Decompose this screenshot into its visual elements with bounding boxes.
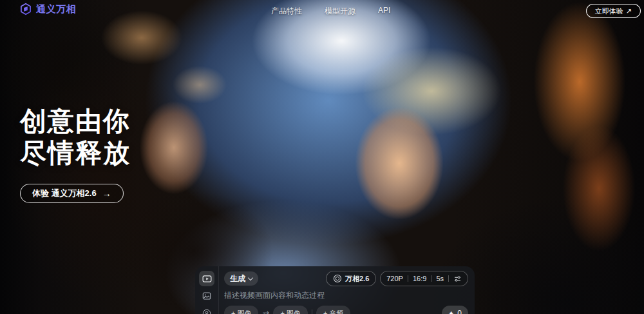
external-arrow-icon: ↗: [626, 7, 632, 15]
media-type-rail: [195, 266, 219, 314]
landing-page: 通义万相 产品特性 模型开源 API 立即体验 ↗ 创意由你 尽情释放 体验 通…: [0, 0, 644, 314]
nav-item-product-features[interactable]: 产品特性: [271, 6, 302, 17]
mode-label: 生成: [230, 273, 245, 284]
model-selector[interactable]: 万相2.6: [326, 271, 376, 286]
prompt-bar-top-row: 生成 万相2.6 720P 16:9 5s: [224, 271, 468, 286]
brand-name: 通义万相: [36, 3, 76, 15]
try-now-button[interactable]: 立即体验 ↗: [586, 4, 641, 18]
hero-title-line1: 创意由你: [20, 106, 131, 136]
image-mode-button[interactable]: [199, 288, 214, 304]
settings-divider: [408, 275, 408, 282]
attachments-divider: [312, 309, 312, 314]
duration-value: 5s: [436, 275, 444, 282]
prompt-input[interactable]: [224, 291, 468, 300]
video-icon: [202, 273, 213, 284]
swap-frames-icon[interactable]: ⇄: [262, 309, 269, 314]
model-name: 万相2.6: [345, 274, 369, 284]
digital-human-mode-button[interactable]: [199, 306, 214, 314]
hero-copy: 创意由你 尽情释放: [20, 106, 131, 169]
mode-dropdown[interactable]: 生成: [224, 271, 258, 286]
sparkle-icon: ✦: [448, 309, 454, 314]
prompt-bar-bottom-row: + 图像 ⇄ + 图像 + 音频 ✦ 0: [224, 306, 468, 314]
brand-logo-icon: [19, 3, 32, 15]
video-settings-pill[interactable]: 720P 16:9 5s: [380, 271, 468, 286]
add-first-image-button[interactable]: + 图像: [224, 306, 258, 314]
settings-divider: [431, 275, 431, 282]
nav-item-open-source-models[interactable]: 模型开源: [325, 6, 355, 17]
resolution-value: 720P: [386, 275, 403, 282]
settings-divider: [448, 275, 449, 282]
brand-logo[interactable]: 通义万相: [19, 3, 76, 15]
generation-prompt-bar: 生成 万相2.6 720P 16:9 5s: [195, 266, 475, 314]
credits-count: 0: [457, 309, 462, 314]
try-now-label: 立即体验: [595, 6, 623, 16]
add-audio-button[interactable]: + 音频: [316, 306, 350, 314]
hero-title: 创意由你 尽情释放: [20, 106, 131, 169]
nav-item-api[interactable]: API: [378, 6, 390, 17]
prompt-input-row: [224, 289, 468, 300]
chevron-down-icon: [248, 275, 253, 280]
main-nav: 产品特性 模型开源 API: [271, 6, 390, 17]
right-arrow-icon: →: [102, 188, 111, 199]
digital-human-icon: [202, 308, 212, 314]
sliders-icon: [453, 275, 462, 283]
aspect-ratio-value: 16:9: [413, 275, 426, 282]
add-second-image-button[interactable]: + 图像: [273, 306, 307, 314]
image-icon: [202, 291, 212, 301]
experience-wanxiang-button[interactable]: 体验 通义万相2.6 →: [20, 184, 124, 203]
hero-title-line2: 尽情释放: [20, 138, 131, 168]
prompt-bar-main: 生成 万相2.6 720P 16:9 5s: [219, 266, 475, 314]
experience-label: 体验 通义万相2.6: [32, 188, 97, 199]
video-mode-button[interactable]: [199, 271, 214, 286]
generate-credits-button[interactable]: ✦ 0: [442, 306, 468, 314]
model-logo-icon: [333, 274, 342, 283]
